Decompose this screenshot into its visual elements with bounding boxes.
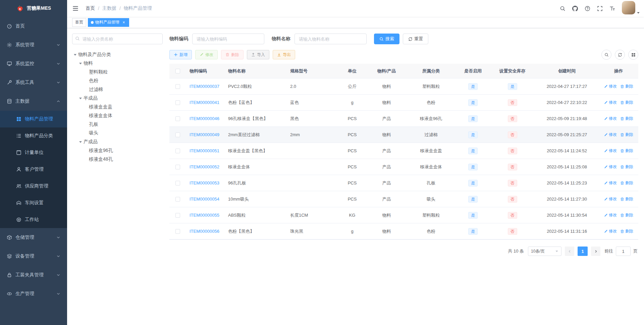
font-size-button[interactable] xyxy=(606,0,619,17)
row-checkbox[interactable] xyxy=(175,165,180,169)
tree-node[interactable]: 色粉 xyxy=(72,76,163,85)
edit-row-link[interactable]: 修改 xyxy=(604,116,617,121)
header-search-button[interactable] xyxy=(556,0,569,17)
material-code-link[interactable]: ITEM00000052 xyxy=(190,164,219,169)
category-search-input[interactable] xyxy=(72,34,163,44)
sidebar-item-workshop-settings[interactable]: 车间设置 xyxy=(0,195,67,211)
import-button[interactable]: 导入 xyxy=(247,50,269,59)
row-checkbox[interactable] xyxy=(175,229,180,234)
page-number-button[interactable]: 1 xyxy=(578,247,588,256)
row-checkbox[interactable] xyxy=(175,132,180,137)
row-checkbox[interactable] xyxy=(175,181,180,185)
sidebar-item-warehouse-management[interactable]: 仓储管理 xyxy=(0,228,67,247)
breadcrumb-item[interactable]: 首页 xyxy=(86,5,95,11)
material-code-input[interactable] xyxy=(192,34,264,44)
caret-icon[interactable] xyxy=(77,62,84,64)
goto-page-input[interactable] xyxy=(616,247,631,256)
reset-button[interactable]: 重置 xyxy=(403,34,428,44)
app-logo[interactable]: K 苦糖果MES xyxy=(0,0,67,17)
edit-row-link[interactable]: 修改 xyxy=(604,212,617,218)
delete-row-link[interactable]: 删除 xyxy=(620,212,633,218)
row-checkbox[interactable] xyxy=(175,100,180,105)
sidebar-item-system-monitor[interactable]: 系统监控 xyxy=(0,54,67,73)
tab-material-product-management[interactable]: 物料产品管理× xyxy=(88,18,129,27)
edit-row-link[interactable]: 修改 xyxy=(604,180,617,186)
material-code-link[interactable]: ITEM00000046 xyxy=(190,116,219,121)
tree-node[interactable]: 塑料颗粒 xyxy=(72,68,163,76)
material-code-link[interactable]: ITEM00000049 xyxy=(190,132,219,137)
next-page-button[interactable] xyxy=(591,247,600,256)
sidebar-item-measure-unit[interactable]: 计量单位 xyxy=(0,144,67,161)
columns-toggle-button[interactable] xyxy=(628,50,638,60)
sidebar-item-equipment-management[interactable]: 设备管理 xyxy=(0,247,67,266)
sidebar-item-material-product-management[interactable]: 物料产品管理 xyxy=(0,111,67,127)
user-avatar[interactable] xyxy=(622,1,640,16)
tree-node[interactable]: 半成品 xyxy=(72,94,163,103)
row-checkbox[interactable] xyxy=(175,197,180,202)
export-button[interactable]: 导出 xyxy=(273,50,295,59)
material-code-link[interactable]: ITEM00000041 xyxy=(190,100,219,105)
refresh-button[interactable] xyxy=(615,50,625,60)
sidebar-item-workstation[interactable]: 工作站 xyxy=(0,211,67,228)
caret-icon[interactable] xyxy=(72,54,78,56)
edit-row-link[interactable]: 修改 xyxy=(604,132,617,138)
tree-node[interactable]: 吸头 xyxy=(72,129,163,138)
caret-icon[interactable] xyxy=(77,97,84,99)
row-checkbox[interactable] xyxy=(175,213,180,218)
sidebar-item-supplier-management[interactable]: 供应商管理 xyxy=(0,178,67,195)
help-button[interactable] xyxy=(581,0,594,17)
row-checkbox[interactable] xyxy=(175,149,180,153)
hamburger-icon[interactable] xyxy=(72,5,82,12)
delete-row-link[interactable]: 删除 xyxy=(620,228,633,234)
prev-page-button[interactable] xyxy=(565,247,574,256)
sidebar-item-system-tools[interactable]: 系统工具 xyxy=(0,73,67,92)
tree-node[interactable]: 移液盒盒体 xyxy=(72,111,163,120)
material-code-link[interactable]: ITEM00000037 xyxy=(190,84,219,89)
delete-row-link[interactable]: 删除 xyxy=(620,148,633,154)
edit-row-link[interactable]: 修改 xyxy=(604,196,617,202)
tree-node[interactable]: 过滤棉 xyxy=(72,85,163,94)
select-all-checkbox[interactable] xyxy=(175,69,180,73)
add-button[interactable]: 新增 xyxy=(169,50,192,59)
edit-row-link[interactable]: 修改 xyxy=(604,228,617,234)
edit-row-link[interactable]: 修改 xyxy=(604,164,617,170)
material-code-link[interactable]: ITEM00000051 xyxy=(190,148,219,153)
sidebar-item-material-product-category[interactable]: 物料产品分类 xyxy=(0,127,67,144)
sidebar-item-home[interactable]: 首页 xyxy=(0,17,67,36)
sidebar-item-production-management[interactable]: 生产管理 xyxy=(0,284,67,303)
sidebar-item-fixture-management[interactable]: 工装夹具管理 xyxy=(0,266,67,284)
row-checkbox[interactable] xyxy=(175,116,180,121)
close-icon[interactable]: × xyxy=(121,20,126,25)
edit-row-link[interactable]: 修改 xyxy=(604,148,617,154)
delete-row-link[interactable]: 删除 xyxy=(620,100,633,105)
edit-row-link[interactable]: 修改 xyxy=(604,84,617,89)
material-code-link[interactable]: ITEM00000056 xyxy=(190,229,219,234)
tree-node[interactable]: 孔板 xyxy=(72,120,163,129)
sidebar-item-customer-management[interactable]: 客户管理 xyxy=(0,161,67,178)
tree-node[interactable]: 产成品 xyxy=(72,138,163,146)
delete-row-link[interactable]: 删除 xyxy=(620,132,633,138)
delete-row-link[interactable]: 删除 xyxy=(620,84,633,89)
tree-node[interactable]: 移液盒盒盖 xyxy=(72,103,163,111)
tree-node[interactable]: 物料 xyxy=(72,59,163,68)
material-code-link[interactable]: ITEM00000055 xyxy=(190,213,219,218)
page-size-select[interactable]: 10条/页 xyxy=(528,247,561,256)
material-code-link[interactable]: ITEM00000054 xyxy=(190,197,219,202)
tree-node[interactable]: 物料及产品分类 xyxy=(72,50,163,59)
edit-button[interactable]: 修改 xyxy=(195,50,218,59)
delete-row-link[interactable]: 删除 xyxy=(620,116,633,121)
edit-row-link[interactable]: 修改 xyxy=(604,100,617,105)
delete-button[interactable]: 删除 xyxy=(221,50,244,59)
row-checkbox[interactable] xyxy=(175,84,180,89)
delete-row-link[interactable]: 删除 xyxy=(620,164,633,170)
tree-node[interactable]: 移液盒48孔 xyxy=(72,155,163,164)
tree-node[interactable]: 移液盒96孔 xyxy=(72,146,163,155)
fullscreen-button[interactable] xyxy=(594,0,606,17)
search-button[interactable]: 搜索 xyxy=(374,34,399,44)
sidebar-item-system-management[interactable]: 系统管理 xyxy=(0,36,67,54)
material-name-input[interactable] xyxy=(294,34,367,44)
github-button[interactable] xyxy=(569,0,581,17)
tab-home[interactable]: 首页 xyxy=(72,18,86,27)
delete-row-link[interactable]: 删除 xyxy=(620,180,633,186)
search-toggle-button[interactable] xyxy=(601,50,611,60)
